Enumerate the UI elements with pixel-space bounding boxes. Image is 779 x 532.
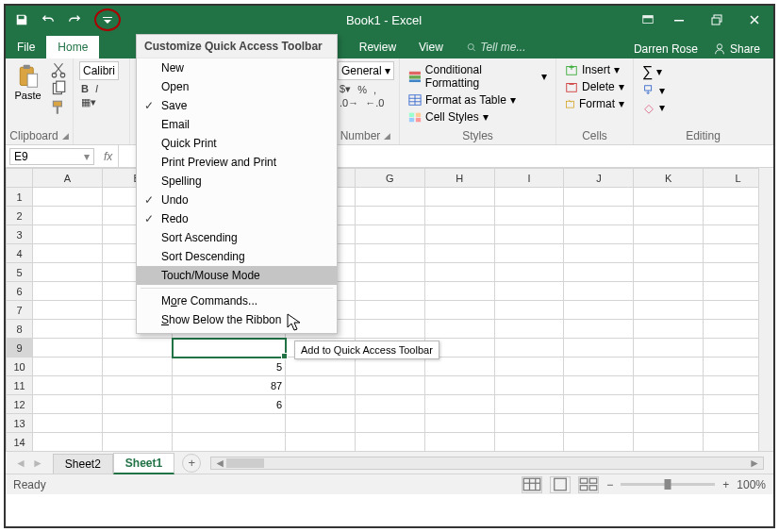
col-header[interactable]: K [634, 169, 704, 188]
tab-review[interactable]: Review [348, 36, 407, 58]
autosum-button[interactable]: ∑▾ [639, 61, 767, 82]
add-sheet-button[interactable]: + [182, 454, 201, 473]
fill-button[interactable]: ▾ [639, 82, 767, 99]
vertical-scrollbar[interactable] [758, 168, 773, 451]
zoom-in-button[interactable]: + [722, 478, 729, 491]
tab-file[interactable]: File [6, 36, 46, 58]
paste-label: Paste [14, 90, 41, 101]
ribbon-tabs: File Home Data Review View Tell me... Da… [6, 34, 773, 58]
grid-cell[interactable]: 87 [173, 376, 286, 395]
qat-item-quickprint[interactable]: Quick Print [137, 134, 337, 153]
bold-button[interactable]: B [79, 82, 91, 95]
formula-bar-row: E9▾ fx [6, 145, 773, 168]
close-button[interactable] [736, 6, 773, 34]
clipboard-group-label: Clipboard [9, 129, 58, 142]
zoom-level[interactable]: 100% [737, 478, 766, 491]
format-painter-icon[interactable] [50, 99, 67, 116]
zoom-out-button[interactable]: − [606, 478, 613, 491]
qat-item-open[interactable]: Open [137, 77, 337, 96]
col-header[interactable]: H [424, 169, 494, 188]
qat-item-sort-asc[interactable]: Sort Ascending [137, 228, 337, 247]
sheet-nav-next[interactable]: ► [32, 457, 43, 470]
cells-group-label: Cells [582, 129, 607, 142]
qat-menu-header: Customize Quick Access Toolbar [137, 35, 337, 58]
spreadsheet-grid[interactable]: A B F G H I J K L 1 2 3 4 5 6 7 8 9 105 … [6, 168, 773, 451]
normal-view-button[interactable] [522, 476, 542, 493]
sheet-tab[interactable]: Sheet2 [53, 454, 113, 474]
share-button[interactable]: Share [707, 40, 766, 58]
conditional-formatting-button[interactable]: Conditional Formatting▾ [406, 61, 550, 91]
tooltip: Add to Quick Access Toolbar [294, 341, 439, 359]
number-dialog-launcher[interactable]: ◢ [384, 131, 390, 141]
svg-rect-15 [57, 107, 58, 114]
italic-button[interactable]: I [93, 82, 100, 95]
qat-item-spelling[interactable]: Spelling [137, 172, 337, 191]
grid-cell[interactable]: 6 [173, 395, 286, 414]
clear-button[interactable]: ▾ [639, 99, 767, 116]
minimize-button[interactable] [660, 6, 698, 34]
borders-button[interactable]: ▦▾ [79, 95, 98, 109]
cut-icon[interactable] [50, 61, 67, 78]
copy-icon[interactable] [50, 80, 67, 97]
number-format-selector[interactable]: General▾ [338, 61, 394, 80]
select-all-corner[interactable] [7, 169, 33, 188]
horizontal-scrollbar[interactable]: ◄► [210, 457, 764, 470]
undo-icon[interactable] [38, 9, 58, 30]
format-as-table-button[interactable]: Format as Table▾ [406, 91, 550, 108]
col-header[interactable]: J [564, 169, 634, 188]
qat-item-undo[interactable]: Undo [137, 191, 337, 209]
insert-cells-button[interactable]: Insert▾ [562, 61, 627, 78]
customize-qat-menu: Customize Quick Access Toolbar New Open … [136, 34, 338, 334]
fx-button[interactable]: fx [98, 150, 118, 163]
font-name-selector[interactable]: Calibri [79, 61, 119, 80]
col-header[interactable]: A [33, 169, 103, 188]
name-box[interactable]: E9▾ [9, 148, 94, 165]
ribbon-display-icon[interactable] [641, 13, 655, 26]
zoom-slider[interactable] [621, 483, 715, 486]
menu-separator [141, 288, 333, 289]
user-name[interactable]: Darren Rose [634, 42, 698, 56]
qat-item-touch-mouse[interactable]: Touch/Mouse Mode [137, 266, 337, 285]
grid-cell[interactable]: 5 [173, 357, 286, 376]
redo-icon[interactable] [64, 9, 85, 30]
page-layout-view-button[interactable] [550, 476, 571, 493]
col-header[interactable]: G [355, 169, 424, 188]
svg-point-6 [717, 44, 721, 49]
sheet-tab-active[interactable]: Sheet1 [113, 453, 174, 474]
restore-button[interactable] [698, 6, 736, 34]
mouse-cursor-icon [287, 313, 302, 335]
page-break-view-button[interactable] [578, 476, 599, 493]
customize-qat-button[interactable] [94, 8, 121, 31]
selected-cell[interactable] [173, 339, 286, 357]
comma-button[interactable]: , [372, 83, 378, 96]
tell-me-search[interactable]: Tell me... [455, 36, 538, 58]
qat-item-show-below[interactable]: Show Below the Ribbon [137, 310, 337, 329]
format-cells-button[interactable]: Format▾ [562, 95, 627, 112]
qat-item-new[interactable]: New [137, 58, 337, 77]
qat-item-redo[interactable]: Redo [137, 209, 337, 228]
delete-cells-button[interactable]: Delete▾ [562, 78, 627, 95]
qat-item-sort-desc[interactable]: Sort Descending [137, 247, 337, 266]
tab-home[interactable]: Home [46, 36, 99, 58]
qat-item-email[interactable]: Email [137, 115, 337, 134]
decrease-decimal-button[interactable]: ←.0 [363, 96, 386, 109]
svg-rect-4 [712, 18, 720, 25]
qat-item-more-commands[interactable]: More Commands... [137, 291, 337, 310]
save-icon[interactable] [11, 9, 32, 30]
svg-rect-25 [409, 118, 414, 122]
paste-button[interactable]: Paste [11, 61, 44, 101]
clipboard-dialog-launcher[interactable]: ◢ [62, 131, 69, 141]
col-header[interactable]: I [494, 169, 564, 188]
currency-button[interactable]: $▾ [338, 82, 353, 96]
qat-item-preview[interactable]: Print Preview and Print [137, 153, 337, 172]
svg-rect-26 [416, 118, 421, 122]
tab-view[interactable]: View [407, 36, 455, 58]
titlebar: Book1 - Excel [6, 6, 773, 34]
editing-group-label: Editing [686, 129, 721, 142]
increase-decimal-button[interactable]: .0→ [338, 96, 360, 109]
svg-rect-39 [581, 478, 588, 483]
sheet-nav-prev[interactable]: ◄ [15, 457, 26, 470]
qat-item-save[interactable]: Save [137, 96, 337, 115]
percent-button[interactable]: % [356, 83, 369, 96]
cell-styles-button[interactable]: Cell Styles▾ [406, 108, 550, 125]
